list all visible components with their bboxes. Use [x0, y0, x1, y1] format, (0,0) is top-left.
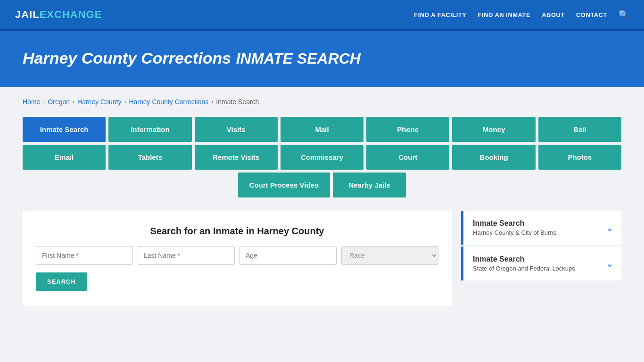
navbar: JAILEXCHANGE FIND A FACILITY FIND AN INM…	[0, 0, 644, 31]
tabs-section: Inmate Search Information Visits Mail Ph…	[23, 117, 621, 197]
breadcrumb: Home › Oregon › Harney County › Harney C…	[23, 98, 621, 106]
tab-visits[interactable]: Visits	[195, 117, 278, 142]
last-name-input[interactable]	[138, 246, 235, 265]
site-logo[interactable]: JAILEXCHANGE	[15, 8, 102, 21]
sidebar: Inmate Search Harney County & City of Bu…	[461, 211, 621, 282]
nav-about[interactable]: ABOUT	[542, 11, 565, 18]
tab-photos[interactable]: Photos	[538, 145, 621, 170]
search-button[interactable]: SEARCH	[36, 272, 87, 291]
nav-links: FIND A FACILITY FIND AN INMATE ABOUT CON…	[414, 9, 629, 20]
race-select[interactable]: Race White Black Hispanic Asian Other	[341, 246, 438, 265]
nav-find-facility[interactable]: FIND A FACILITY	[414, 11, 466, 18]
form-fields: Race White Black Hispanic Asian Other	[36, 246, 438, 265]
sidebar-item-1[interactable]: Inmate Search Harney County & City of Bu…	[461, 211, 621, 245]
sidebar-item-2[interactable]: Inmate Search State of Oregon and Federa…	[461, 247, 621, 280]
breadcrumb-corrections[interactable]: Harney County Corrections	[129, 98, 208, 106]
tab-court-process-video[interactable]: Court Process Video	[238, 173, 330, 197]
tabs-row-1: Inmate Search Information Visits Mail Ph…	[23, 117, 621, 142]
tab-money[interactable]: Money	[452, 117, 535, 142]
logo-exchange: EXCHANGE	[40, 8, 102, 21]
tab-tablets[interactable]: Tablets	[108, 145, 191, 170]
tab-court[interactable]: Court	[366, 145, 449, 170]
page-title: Harney County Corrections INMATE SEARCH	[23, 48, 621, 68]
sidebar-item-2-sub: State of Oregon and Federal Lockups	[473, 265, 575, 272]
nav-contact[interactable]: CONTACT	[576, 11, 607, 18]
search-form-box: Search for an Inmate in Harney County Ra…	[23, 211, 452, 306]
breadcrumb-harney-county[interactable]: Harney County	[77, 98, 121, 106]
age-input[interactable]	[239, 246, 337, 265]
tab-nearby-jails[interactable]: Nearby Jails	[333, 173, 406, 197]
breadcrumb-oregon[interactable]: Oregon	[48, 98, 70, 106]
breadcrumb-home[interactable]: Home	[23, 98, 40, 106]
content-row: Search for an Inmate in Harney County Ra…	[23, 211, 621, 306]
sidebar-item-1-title: Inmate Search	[473, 219, 556, 228]
sidebar-item-2-title: Inmate Search	[473, 255, 575, 263]
tabs-row-2: Email Tablets Remote Visits Commissary C…	[23, 145, 621, 170]
tab-bail[interactable]: Bail	[538, 117, 621, 142]
main-content: Home › Oregon › Harney County › Harney C…	[0, 87, 644, 317]
chevron-down-icon-1: ⌄	[606, 222, 614, 233]
tab-commissary[interactable]: Commissary	[281, 145, 363, 170]
hero-section: Harney County Corrections INMATE SEARCH	[0, 31, 644, 87]
tab-remote-visits[interactable]: Remote Visits	[195, 145, 278, 170]
tabs-row-3: Court Process Video Nearby Jails	[23, 173, 621, 197]
tab-inmate-search[interactable]: Inmate Search	[23, 117, 106, 142]
search-icon[interactable]: 🔍	[619, 9, 629, 20]
logo-jail: JAIL	[15, 8, 40, 21]
tab-booking[interactable]: Booking	[452, 145, 535, 170]
tab-email[interactable]: Email	[23, 145, 106, 170]
tab-mail[interactable]: Mail	[281, 117, 363, 142]
nav-find-inmate[interactable]: FIND AN INMATE	[478, 11, 530, 18]
tab-phone[interactable]: Phone	[366, 117, 449, 142]
first-name-input[interactable]	[36, 246, 133, 265]
sidebar-item-1-sub: Harney County & City of Burns	[473, 229, 556, 236]
tab-information[interactable]: Information	[108, 117, 191, 142]
chevron-down-icon-2: ⌄	[606, 258, 614, 269]
search-form-title: Search for an Inmate in Harney County	[36, 226, 438, 237]
breadcrumb-current: Inmate Search	[216, 98, 259, 106]
